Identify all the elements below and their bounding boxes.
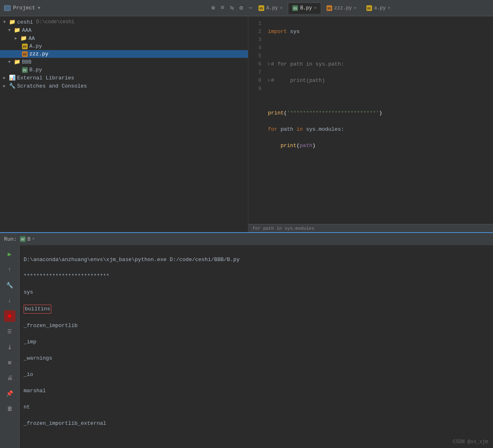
output-line-7: _warnings bbox=[24, 354, 489, 362]
code-str: '***************************' bbox=[287, 110, 379, 116]
tree-file-zzz-py-label: zzz.py bbox=[29, 51, 48, 57]
run-header: Run: py B × bbox=[0, 232, 493, 245]
external-libraries-icon: 📊 bbox=[9, 75, 15, 81]
line-num-6: 6 bbox=[248, 60, 261, 68]
code-line-1: import sys bbox=[268, 28, 493, 36]
top-bar-left: Project ▼ ⊕ ≡ ≒ ⚙ — bbox=[4, 4, 252, 12]
tree-root-ceshi[interactable]: ▼ 📁 ceshi D:\code\ceshi bbox=[0, 18, 248, 26]
run-tab-close[interactable]: × bbox=[32, 237, 35, 242]
tree-folder-BBB[interactable]: ▼ 📁 BBB bbox=[0, 58, 248, 66]
tab-A-py-icon: py bbox=[259, 5, 264, 11]
output-line-8: _io bbox=[24, 371, 489, 379]
keyword-import: import bbox=[268, 29, 287, 35]
code-paren-close: ) bbox=[379, 110, 382, 116]
tab-zzz-py-label: zzz.py bbox=[334, 5, 352, 11]
editor-tabs: py A.py × py B.py × py zzz.py × py a.py … bbox=[252, 0, 489, 16]
tab-a-py[interactable]: py a.py × bbox=[362, 2, 395, 14]
tree-scratches-consoles[interactable]: ▶ 🔧 Scratches and Consoles bbox=[0, 82, 248, 90]
line-num-8: 8 bbox=[248, 77, 261, 85]
tree-folder-BBB-label: BBB bbox=[22, 59, 31, 65]
status-text: for path in sys.modules bbox=[252, 226, 314, 231]
line-num-3: 3 bbox=[248, 36, 261, 44]
output-line-5: _frozen_importlib bbox=[24, 322, 489, 330]
tab-A-py[interactable]: py A.py × bbox=[254, 2, 287, 14]
code-container: 1 2 3 4 5 6 7 8 9 import sys ⊢# for path… bbox=[248, 16, 493, 224]
run-panel: Run: py B × ▶ ↑ 🔧 ↓ ■ ☰ ⤓ ⊞ 🖨 📌 🗑 D:\an bbox=[0, 232, 493, 448]
code-fn-print: print bbox=[268, 110, 284, 116]
project-dropdown-icon[interactable]: ▼ bbox=[38, 6, 41, 11]
code-line-5 bbox=[268, 93, 493, 101]
collapse-icon-btn[interactable]: ≡ bbox=[221, 4, 224, 11]
tree-file-zzz-py[interactable]: py zzz.py bbox=[0, 50, 248, 58]
comment-line-3: # for path in sys.path: bbox=[271, 61, 344, 67]
line-num-5: 5 bbox=[248, 52, 261, 60]
output-line-6: _imp bbox=[24, 338, 489, 346]
run-pin-btn[interactable]: 📌 bbox=[4, 388, 15, 399]
gutter-marker: ⊢ bbox=[268, 77, 271, 83]
run-play-btn[interactable]: ▶ bbox=[4, 248, 15, 260]
project-folder-icon bbox=[4, 5, 11, 11]
tree-file-A-py-label: A.py bbox=[29, 43, 42, 49]
tree-scratches-label: Scratches and Consoles bbox=[17, 83, 87, 89]
tree-folder-AA-label: AA bbox=[28, 35, 35, 42]
output-line-1: D:\anaconda\anzhuang\envs\xjm_base\pytho… bbox=[24, 256, 489, 264]
run-tab-B[interactable]: py B × bbox=[20, 236, 35, 242]
editor-area: 1 2 3 4 5 6 7 8 9 import sys ⊢# for path… bbox=[248, 16, 493, 232]
line-num-4: 4 bbox=[248, 44, 261, 52]
line-num-1: 1 bbox=[248, 20, 261, 28]
run-up-btn[interactable]: ↑ bbox=[4, 264, 15, 275]
code-line-2 bbox=[268, 44, 493, 52]
chevron-right-icon: ▶ bbox=[3, 75, 7, 80]
chevron-down-icon: ▼ bbox=[3, 20, 7, 24]
line-num-9: 9 bbox=[248, 85, 261, 93]
comment-line-4: # print(path) bbox=[271, 77, 325, 83]
tree-file-B-py[interactable]: py B.py bbox=[0, 66, 248, 74]
tree-external-libraries-label: External Libraries bbox=[17, 75, 74, 81]
tab-a-py-close[interactable]: × bbox=[388, 6, 390, 11]
tab-B-py-close[interactable]: × bbox=[314, 6, 317, 11]
output-line-highlighted: builtins bbox=[24, 305, 489, 314]
run-tab-B-icon: py bbox=[20, 236, 26, 242]
editor-status-bar: for path in sys.modules bbox=[248, 224, 493, 232]
code-line-6: print('***************************') bbox=[268, 109, 493, 117]
expand-icon-btn[interactable]: ≒ bbox=[230, 4, 234, 12]
settings-icon-btn[interactable]: ⚙ bbox=[239, 4, 243, 12]
tab-zzz-py[interactable]: py zzz.py × bbox=[322, 2, 361, 14]
content-area: ▼ 📁 ceshi D:\code\ceshi ▼ 📁 AAA ▶ 📁 AA p… bbox=[0, 16, 493, 232]
file-zzz-py-icon: py bbox=[22, 51, 28, 57]
add-icon-btn[interactable]: ⊕ bbox=[211, 4, 215, 12]
tab-A-py-close[interactable]: × bbox=[280, 6, 283, 11]
run-arrow-down-btn[interactable]: ⤓ bbox=[4, 341, 15, 353]
file-A-py-icon: py bbox=[22, 44, 28, 49]
folder-icon: 📁 bbox=[14, 59, 20, 65]
tree-file-B-py-label: B.py bbox=[29, 67, 42, 73]
line-num-7: 7 bbox=[248, 68, 261, 77]
run-list-btn[interactable]: ☰ bbox=[4, 326, 15, 337]
tree-folder-AA[interactable]: ▶ 📁 AA bbox=[0, 34, 248, 42]
tree-external-libraries[interactable]: ▶ 📊 External Libraries bbox=[0, 74, 248, 82]
folder-icon: 📁 bbox=[14, 27, 20, 33]
tab-zzz-py-icon: py bbox=[326, 5, 332, 11]
minimize-icon-btn[interactable]: — bbox=[249, 4, 252, 11]
run-stop-btn[interactable]: ■ bbox=[4, 310, 15, 322]
highlighted-builtins: builtins bbox=[24, 305, 51, 314]
code-builtin-path: path bbox=[300, 143, 312, 149]
run-trash-btn[interactable]: 🗑 bbox=[4, 403, 15, 415]
code-editor[interactable]: import sys ⊢# for path in sys.path: ⊢# p… bbox=[265, 16, 493, 224]
tab-B-py[interactable]: py B.py × bbox=[288, 2, 321, 14]
tab-zzz-py-close[interactable]: × bbox=[354, 6, 357, 11]
run-print-btn[interactable]: 🖨 bbox=[4, 372, 15, 384]
tree-file-A-py[interactable]: py A.py bbox=[0, 42, 248, 50]
tab-B-py-label: B.py bbox=[300, 5, 312, 11]
kw-for: for bbox=[268, 126, 277, 132]
chevron-down-icon: ▼ bbox=[8, 60, 12, 64]
folder-icon: 📁 bbox=[9, 19, 15, 25]
watermark: CSDN @xx_xjm bbox=[453, 439, 488, 445]
tree-folder-AAA[interactable]: ▼ 📁 AAA bbox=[0, 26, 248, 34]
scratches-icon: 🔧 bbox=[9, 83, 15, 89]
run-layers-btn[interactable]: ⊞ bbox=[4, 357, 15, 368]
run-down-btn[interactable]: ↓ bbox=[4, 295, 15, 306]
line-num-2: 2 bbox=[248, 28, 261, 36]
code-fn-print2: print bbox=[280, 143, 296, 149]
run-wrench-btn[interactable]: 🔧 bbox=[4, 279, 15, 291]
